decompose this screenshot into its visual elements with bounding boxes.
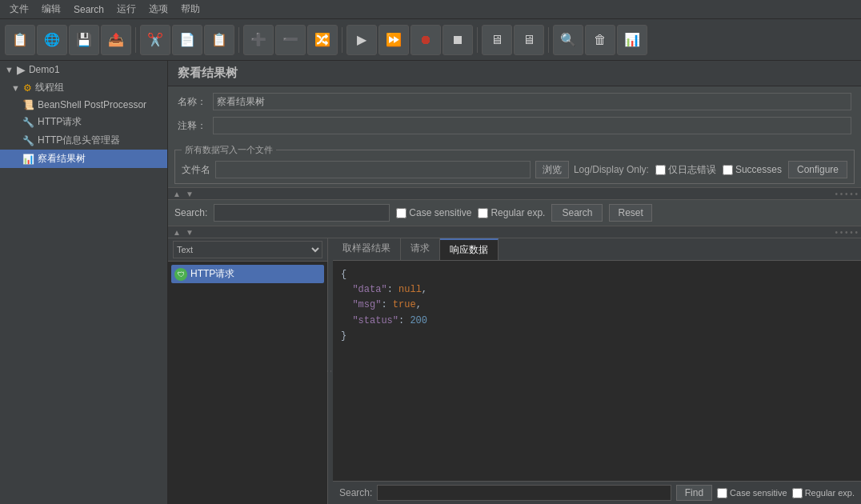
sidebar-item-result-tree-label: 察看结果树 (38, 152, 86, 166)
demo1-icon: ▶ (17, 63, 26, 76)
comment-row: 注释： (178, 115, 851, 136)
log-row: Log/Display Only: 仅日志错误 Successes Config… (574, 161, 847, 178)
thread-group-arrow-icon: ▼ (11, 83, 20, 93)
tab-request[interactable]: 请求 (401, 238, 440, 260)
search-toolbar-button[interactable]: 🔍 (553, 25, 583, 55)
regex-checkbox[interactable]: Regular exp. (478, 207, 545, 218)
bottom-case-check[interactable] (717, 488, 727, 498)
case-sensitive-check[interactable] (396, 208, 406, 218)
name-input[interactable] (213, 93, 851, 110)
log-only-errors-label: 仅日志错误 (668, 163, 716, 177)
down-arrow-btn-2[interactable]: ▼ (184, 228, 195, 237)
dots-2: • • • • • (835, 228, 858, 237)
find-button[interactable]: Find (676, 485, 712, 501)
save-button[interactable]: 💾 (69, 25, 99, 55)
successes-label: Successes (735, 164, 782, 175)
result-item-http-label: HTTP请求 (190, 267, 234, 281)
bottom-regex-check[interactable] (792, 488, 803, 498)
browse-button[interactable]: 浏览 (535, 161, 569, 178)
menu-file[interactable]: 文件 (3, 1, 35, 18)
thread-group-icon: ⚙ (23, 82, 32, 94)
sidebar-item-thread-group[interactable]: ▼ ⚙ 线程组 (0, 78, 167, 97)
bottom-case-label: Case sensitive (730, 488, 787, 498)
json-line-open: { (341, 267, 853, 282)
log-only-errors-checkbox[interactable]: 仅日志错误 (655, 163, 716, 177)
toolbar-sep-1 (135, 27, 136, 53)
tabs-panel: 取样器结果 请求 响应数据 { "data": null, "msg": tru… (333, 238, 861, 504)
remote-stop-button[interactable]: 🖥 (514, 25, 544, 55)
function-helper-button[interactable]: 📊 (617, 25, 647, 55)
http-header-icon: 🔧 (22, 135, 34, 146)
up-arrow-btn[interactable]: ▲ (171, 190, 182, 198)
menu-help[interactable]: 帮助 (174, 1, 206, 18)
content-area: 察看结果树 名称： 注释： 所有数据写入一个文件 文件名 浏览 Log/Disp… (168, 61, 861, 504)
shutdown-button[interactable]: ⏹ (443, 25, 473, 55)
open-button[interactable]: 🌐 (37, 25, 67, 55)
bottom-case-sensitive[interactable]: Case sensitive (717, 488, 787, 498)
sidebar-item-demo1-label: Demo1 (29, 64, 60, 75)
json-line-close: } (341, 329, 853, 344)
tree-panel-header: Text (168, 238, 327, 262)
file-input[interactable] (215, 161, 531, 178)
sidebar-item-http-header[interactable]: 🔧 HTTP信息头管理器 (0, 131, 167, 150)
sidebar-item-http-request[interactable]: 🔧 HTTP请求 (0, 113, 167, 131)
comment-label: 注释： (178, 119, 206, 133)
result-tree-icon: 📊 (22, 154, 34, 165)
paste-button[interactable]: 📋 (204, 25, 234, 55)
result-item-http[interactable]: 🛡 HTTP请求 (171, 265, 324, 283)
toolbar-sep-4 (477, 27, 478, 53)
toggle-button[interactable]: 🔀 (307, 25, 338, 55)
successes-checkbox[interactable]: Successes (723, 164, 782, 175)
sidebar-item-beanshell[interactable]: 📜 BeanShell PostProcessor (0, 97, 167, 113)
file-fieldset-legend: 所有数据写入一个文件 (182, 144, 276, 156)
sidebar-item-result-tree[interactable]: 📊 察看结果树 (0, 150, 167, 168)
case-sensitive-checkbox[interactable]: Case sensitive (396, 207, 471, 218)
cut-button[interactable]: ✂️ (140, 25, 170, 55)
name-row: 名称： (178, 91, 851, 112)
down-arrow-btn[interactable]: ▼ (184, 190, 195, 198)
menu-options[interactable]: 选项 (142, 1, 174, 18)
text-dropdown[interactable]: Text (173, 241, 322, 258)
toolbar: 📋 🌐 💾 📤 ✂️ 📄 📋 ➕ ➖ 🔀 ▶ ⏩ ⏺ ⏹ 🖥 🖥 🔍 🗑 📊 (0, 19, 861, 61)
successes-check[interactable] (723, 165, 733, 175)
bottom-search-input[interactable] (377, 485, 671, 501)
reset-button[interactable]: Reset (609, 204, 651, 222)
tree-arrow-icon: ▼ (5, 65, 14, 74)
toolbar-sep-2 (238, 27, 239, 53)
start-no-pause-button[interactable]: ⏩ (378, 25, 409, 55)
up-arrow-btn-2[interactable]: ▲ (171, 228, 182, 237)
start-button[interactable]: ▶ (346, 25, 377, 55)
regex-check[interactable] (478, 208, 488, 218)
tabs-header: 取样器结果 请求 响应数据 (333, 238, 861, 261)
comment-input[interactable] (213, 117, 851, 134)
tab-response-data[interactable]: 响应数据 (440, 238, 499, 260)
sidebar-item-demo1[interactable]: ▼ ▶ Demo1 (0, 61, 167, 78)
tab-sampler-result[interactable]: 取样器结果 (333, 238, 401, 260)
lower-divider: ▲ ▼ • • • • • (168, 226, 861, 238)
search-input[interactable] (214, 204, 390, 222)
menu-search[interactable]: Search (67, 2, 110, 17)
menu-edit[interactable]: 编辑 (35, 1, 67, 18)
sidebar-item-thread-group-label: 线程组 (35, 81, 64, 94)
copy-button[interactable]: 📄 (172, 25, 202, 55)
case-sensitive-label: Case sensitive (409, 207, 471, 218)
save-as-button[interactable]: 📤 (101, 25, 131, 55)
json-line-msg: "msg": true, (341, 298, 853, 313)
remote-start-button[interactable]: 🖥 (482, 25, 512, 55)
tab-content-response: { "data": null, "msg": true, "status": 2… (333, 261, 861, 481)
panel-title: 察看结果树 (168, 61, 861, 86)
configure-button[interactable]: Configure (788, 161, 847, 178)
log-only-errors-check[interactable] (655, 165, 666, 175)
search-button[interactable]: Search (551, 204, 603, 222)
collapse-button[interactable]: ➖ (275, 25, 306, 55)
form-section: 名称： 注释： (168, 86, 861, 141)
http-request-icon: 🔧 (22, 117, 34, 128)
json-line-status: "status": 200 (341, 314, 853, 329)
bottom-regex[interactable]: Regular exp. (792, 488, 855, 498)
stop-button[interactable]: ⏺ (410, 25, 441, 55)
new-test-plan-button[interactable]: 📋 (5, 25, 35, 55)
clear-all-button[interactable]: 🗑 (585, 25, 615, 55)
menu-run[interactable]: 运行 (110, 1, 142, 18)
sidebar-item-beanshell-label: BeanShell PostProcessor (38, 99, 146, 110)
expand-button[interactable]: ➕ (243, 25, 274, 55)
